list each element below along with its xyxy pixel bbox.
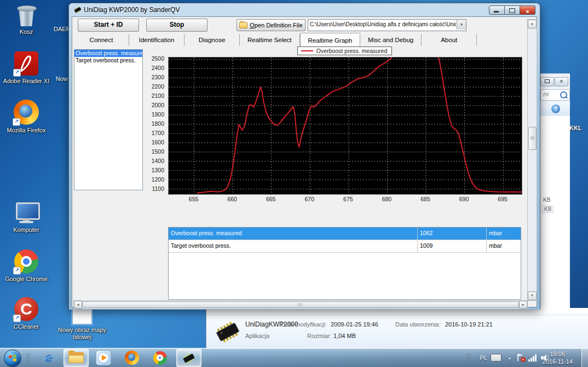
chrome-icon: ↗ xyxy=(14,249,38,273)
close-icon[interactable]: ✕ xyxy=(555,77,568,86)
computer-icon xyxy=(14,202,39,224)
bitmap-file-icon xyxy=(72,309,92,324)
taskbar-media-player[interactable] xyxy=(95,350,112,365)
y-tick-label: 2500 xyxy=(146,55,164,62)
action-center-icon[interactable]: × xyxy=(517,348,524,367)
unidiag-window: UniDiag KWP2000 by SanderQV × Start + ID… xyxy=(68,3,540,310)
desktop-icon-chrome[interactable]: ↗ Google Chrome xyxy=(0,249,53,283)
desktop-icon-label: Adobe Reader XI xyxy=(0,78,53,85)
search-input[interactable]: mi xyxy=(540,89,570,101)
maximize-button[interactable] xyxy=(540,77,554,86)
chart-legend: Overboost press. measured xyxy=(168,46,521,55)
desktop-icon-ccleaner[interactable]: C↗ CCleaner xyxy=(0,297,53,330)
scroll-left-icon[interactable]: ◄ xyxy=(74,301,82,308)
network-icon[interactable] xyxy=(528,348,537,367)
taskbar-internet-explorer[interactable]: e xyxy=(41,350,57,365)
scrollbar-thumb[interactable] xyxy=(528,127,537,150)
y-tick-label: 1400 xyxy=(146,158,164,164)
y-tick-label: 1300 xyxy=(146,167,164,173)
minimize-button[interactable] xyxy=(489,5,505,15)
x-tick-label: 675 xyxy=(340,196,356,202)
scroll-right-icon[interactable]: ► xyxy=(519,301,527,308)
maximize-button[interactable] xyxy=(505,5,520,15)
adobe-reader-icon: ↗ xyxy=(14,51,38,75)
vertical-scrollbar[interactable]: ▲ ▼ xyxy=(527,19,537,301)
explorer-details-pane: UniDiagKWP2000 Data modyfikacji: 2009-01… xyxy=(206,308,588,348)
list-item[interactable]: Overboost press. measured xyxy=(74,50,142,57)
shortcut-arrow-icon: ↗ xyxy=(13,118,20,126)
chart-plot xyxy=(168,57,522,195)
desktop-icon-firefox[interactable]: ↗ Mozilla Firefox xyxy=(0,100,53,134)
y-tick-label: 2400 xyxy=(146,65,164,71)
signal-listbox[interactable]: Overboost press. measuredTarget overboos… xyxy=(74,49,143,190)
desktop-icon-komputer[interactable]: Komputer xyxy=(0,202,53,234)
tab-about[interactable]: About xyxy=(422,34,477,46)
desktop-icon-label-kkl[interactable]: KKL xyxy=(569,125,582,131)
desktop-icon-label: Komputer xyxy=(0,226,53,234)
keyboard-icon[interactable] xyxy=(491,348,501,367)
created-value: 2016-10-19 21:21 xyxy=(445,321,493,328)
help-icon[interactable]: ? xyxy=(551,104,560,113)
x-tick-label: 685 xyxy=(417,196,434,202)
x-tick-label: 665 xyxy=(263,196,279,202)
taskbar-chrome[interactable] xyxy=(152,350,168,365)
show-hidden-icons[interactable]: ▲ xyxy=(508,348,511,367)
app-icon xyxy=(73,5,82,14)
file-size-kb: KB xyxy=(543,197,550,203)
taskbar: e PL ▲ × ) 19:06 2016-11-14 xyxy=(0,348,588,367)
desktop-icon-label-now[interactable]: Now xyxy=(56,75,68,82)
tab-realtime-select[interactable]: Realtime Select xyxy=(240,34,300,46)
cell-unit: mbar xyxy=(487,228,521,240)
scroll-down-icon[interactable]: ▼ xyxy=(528,292,537,300)
start-button[interactable] xyxy=(4,349,21,367)
taskbar-grip xyxy=(26,353,30,363)
legend-line-sample xyxy=(301,50,313,51)
tab-misc-and-debug[interactable]: Misc and Debug xyxy=(360,34,422,46)
folder-icon xyxy=(239,22,247,28)
scrollbar-thumb[interactable] xyxy=(82,301,519,308)
definition-file-combobox[interactable]: C:\Users\User\Desktop\Unidiag alfa z def… xyxy=(308,19,466,31)
tab-connect[interactable]: Connect xyxy=(74,34,129,46)
tab-strip: ConnectIdentificationDiagnoseRealtime Se… xyxy=(74,34,477,47)
close-button[interactable]: × xyxy=(520,5,535,15)
stop-button[interactable]: Stop xyxy=(146,19,207,32)
tab-identification[interactable]: Identification xyxy=(129,34,185,46)
values-table: Overboost press. measured1062mbarTarget … xyxy=(168,227,521,300)
modified-label: Data modyfikacji: xyxy=(281,321,327,328)
taskbar-unidiag-active[interactable] xyxy=(176,349,201,367)
cell-value: 1062 xyxy=(418,228,487,240)
list-item[interactable]: Target overboost press. xyxy=(74,57,142,64)
scroll-up-icon[interactable]: ▲ xyxy=(528,20,537,28)
taskbar-firefox[interactable] xyxy=(124,350,140,365)
cell-name: Target overboost press. xyxy=(169,240,418,252)
title-bar[interactable]: UniDiag KWP2000 by SanderQV × xyxy=(69,3,540,16)
desktop-icon-kosz[interactable]: Kosz xyxy=(0,4,53,36)
table-row[interactable]: Overboost press. measured1062mbar xyxy=(169,228,521,240)
y-tick-label: 2000 xyxy=(146,102,164,108)
tray-clock[interactable]: 19:06 2016-11-14 xyxy=(543,350,573,365)
desktop-icon-adobe-reader[interactable]: ↗ Adobe Reader XI xyxy=(0,51,53,85)
tab-realtime-graph[interactable]: Realtime Graph xyxy=(300,33,361,46)
combobox-dropdown-button[interactable]: ▼ xyxy=(457,20,466,30)
start-id-button[interactable]: Start + ID xyxy=(78,19,139,32)
language-indicator[interactable]: PL xyxy=(480,348,487,367)
firefox-icon: ↗ xyxy=(14,100,39,125)
x-tick-label: 655 xyxy=(186,196,202,202)
search-icon xyxy=(560,91,567,98)
x-tick-label: 695 xyxy=(494,196,511,202)
show-desktop-button[interactable] xyxy=(581,348,588,367)
desktop-icon-bitmap[interactable]: Nowy obraz mapy bitowej xyxy=(49,309,115,341)
background-explorer-window: ✕ mi ? KB KB xyxy=(539,73,570,308)
horizontal-scrollbar[interactable]: ◄ ► xyxy=(73,300,528,309)
ccleaner-icon: C↗ xyxy=(14,297,38,321)
open-definition-file-button[interactable]: Open Definition File xyxy=(237,19,305,31)
y-tick-label: 1800 xyxy=(146,120,164,127)
taskbar-explorer-active[interactable] xyxy=(64,349,89,367)
x-tick-label: 680 xyxy=(378,196,395,202)
y-tick-label: 1600 xyxy=(146,139,164,145)
table-row[interactable]: Target overboost press.1009mbar xyxy=(169,240,521,253)
search-text: mi xyxy=(543,91,549,97)
x-axis-labels: 655660665670675680685690695 xyxy=(168,196,521,203)
tab-diagnose[interactable]: Diagnose xyxy=(185,34,240,46)
shortcut-arrow-icon: ↗ xyxy=(13,314,21,322)
